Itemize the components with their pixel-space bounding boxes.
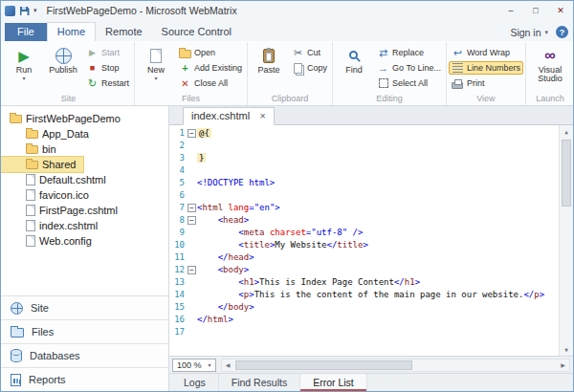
- bottom-tab-logs[interactable]: Logs: [171, 374, 219, 391]
- main-area: FirstWebPageDemo App_DatabinSharedDefaul…: [1, 106, 573, 391]
- go-to-line-button[interactable]: → Go To Line...: [374, 61, 444, 75]
- maximize-button[interactable]: □: [523, 2, 548, 20]
- fold-toggle-icon[interactable]: −: [188, 204, 196, 212]
- vertical-scrollbar[interactable]: ▲ ▼: [559, 125, 573, 356]
- tree-item-favicon-ico[interactable]: favicon.ico: [1, 187, 97, 203]
- word-wrap-button[interactable]: ↩ Word Wrap: [449, 46, 523, 59]
- scroll-down-icon[interactable]: ▼: [560, 343, 573, 356]
- line-number: 16: [169, 314, 187, 326]
- tree-item-web-config[interactable]: Web.config: [1, 233, 99, 249]
- tab-home[interactable]: Home: [47, 22, 96, 41]
- minimize-button[interactable]: –: [498, 2, 523, 20]
- line-number: 2: [169, 140, 187, 152]
- workspace-label: Databases: [30, 350, 80, 361]
- scroll-up-icon[interactable]: ▲: [560, 125, 573, 138]
- run-button[interactable]: ▶ Run ▾: [5, 43, 43, 93]
- chevron-down-icon: ▾: [209, 361, 211, 368]
- visual-studio-button[interactable]: ∞ Visual Studio: [528, 43, 572, 93]
- code-line: 6: [169, 189, 573, 202]
- line-number: 9: [169, 227, 187, 239]
- tree-root[interactable]: FirstWebPageDemo: [1, 111, 128, 126]
- ribbon-group-editing: Find ⇄ Replace → Go To Line... Select Al…: [333, 42, 447, 105]
- ribbon-group-launch: ∞ Visual Studio Launch: [526, 42, 573, 105]
- select-all-button[interactable]: Select All: [374, 76, 444, 90]
- workspace-site[interactable]: Site: [1, 295, 168, 319]
- file-tree-items: App_DatabinSharedDefault.cshtmlfavicon.i…: [1, 126, 168, 249]
- start-button[interactable]: ▶ Start: [83, 46, 132, 59]
- db-workspace-icon: [11, 349, 22, 362]
- code-editor[interactable]: 1−@{23}45<!DOCTYPE html>67−<html lang="e…: [169, 125, 573, 356]
- fold-toggle-icon[interactable]: −: [188, 129, 196, 138]
- sign-in-button[interactable]: Sign in ▾: [510, 27, 548, 41]
- run-icon: ▶: [18, 46, 30, 65]
- stop-button[interactable]: ■ Stop: [83, 61, 132, 75]
- publish-button[interactable]: Publish: [44, 43, 82, 93]
- code-line: 10 <title>My Website</title>: [169, 239, 573, 251]
- workspace-list: SiteFilesDatabasesReports: [1, 295, 168, 391]
- copy-button[interactable]: Copy: [289, 61, 330, 75]
- line-number: 4: [169, 164, 187, 177]
- tree-item-label: Shared: [42, 159, 76, 170]
- line-number: 10: [169, 239, 187, 251]
- group-label-files: Files: [137, 93, 245, 105]
- bottom-tab-error-list[interactable]: Error List: [300, 374, 367, 391]
- close-button[interactable]: ✕: [548, 2, 573, 20]
- ribbon: ▶ Run ▾ Publish ▶ Start ■ Stop: [1, 41, 573, 106]
- publish-icon: [55, 48, 72, 64]
- paste-button[interactable]: Paste: [250, 43, 288, 93]
- zoom-control[interactable]: 100 % ▾: [172, 359, 216, 372]
- tab-close-icon[interactable]: ✕: [259, 112, 266, 120]
- file-icon: [26, 205, 35, 216]
- tab-source-control[interactable]: Source Control: [152, 23, 241, 41]
- cut-button[interactable]: ✂ Cut: [289, 46, 330, 59]
- go-to-line-icon: →: [377, 62, 389, 74]
- word-wrap-icon: ↩: [452, 47, 464, 59]
- group-label-editing: Editing: [335, 93, 444, 105]
- tree-item-app-data[interactable]: App_Data: [1, 126, 97, 142]
- line-numbers-button[interactable]: Line Numbers: [449, 61, 523, 75]
- editor-tab-label: index.cshtml: [191, 110, 250, 121]
- workspace-files[interactable]: Files: [1, 319, 168, 343]
- open-button[interactable]: Open: [176, 46, 245, 59]
- quick-access-toolbar: ▾: [5, 6, 37, 16]
- horizontal-scrollbar[interactable]: ◀ ▶: [221, 359, 570, 372]
- tree-item-bin[interactable]: bin: [1, 142, 64, 157]
- tree-item-label: favicon.ico: [39, 189, 89, 201]
- line-number: 12: [169, 264, 187, 276]
- editor-tab-index-cshtml[interactable]: index.cshtml ✕: [183, 107, 275, 125]
- line-number: 6: [169, 189, 187, 202]
- workspace-databases[interactable]: Databases: [1, 343, 168, 367]
- restart-button[interactable]: ↻ Restart: [83, 76, 132, 90]
- new-button[interactable]: New ▾: [137, 43, 175, 93]
- replace-button[interactable]: ⇄ Replace: [374, 46, 444, 59]
- find-button[interactable]: Find: [335, 43, 373, 93]
- scroll-right-icon[interactable]: ▶: [557, 361, 569, 368]
- code-line: 2: [169, 140, 573, 152]
- start-icon: ▶: [86, 48, 99, 57]
- tree-item-shared[interactable]: Shared: [1, 157, 83, 172]
- fold-toggle-icon[interactable]: −: [188, 216, 196, 225]
- tab-remote[interactable]: Remote: [96, 23, 152, 41]
- tree-item-index-cshtml[interactable]: index.cshtml: [1, 218, 105, 233]
- add-existing-button[interactable]: + Add Existing: [176, 61, 245, 75]
- tree-item-firstpage-cshtml[interactable]: FirstPage.cshtml: [1, 203, 125, 218]
- print-button[interactable]: Print: [449, 76, 523, 90]
- fold-toggle-icon[interactable]: −: [188, 266, 196, 274]
- left-panel: FirstWebPageDemo App_DatabinSharedDefaul…: [1, 106, 169, 391]
- editor-status-row: 100 % ▾ ◀ ▶: [169, 356, 573, 373]
- bottom-tab-find-results[interactable]: Find Results: [219, 374, 300, 391]
- horizontal-scroll-thumb[interactable]: [235, 360, 413, 370]
- workspace-reports[interactable]: Reports: [1, 367, 168, 391]
- help-icon[interactable]: ?: [556, 26, 568, 38]
- scroll-left-icon[interactable]: ◀: [222, 361, 234, 368]
- close-all-button[interactable]: ✕ Close All: [176, 76, 245, 90]
- vertical-scroll-thumb[interactable]: [562, 140, 571, 207]
- line-number: 5: [169, 177, 187, 189]
- save-icon[interactable]: [19, 6, 30, 16]
- print-icon: [452, 82, 463, 89]
- qat-dropdown-icon[interactable]: ▾: [33, 7, 37, 14]
- code-line: 11 </head>: [169, 251, 573, 264]
- tree-item-default-cshtml[interactable]: Default.cshtml: [1, 172, 114, 187]
- tab-file[interactable]: File: [5, 23, 47, 41]
- line-number: 15: [169, 301, 187, 314]
